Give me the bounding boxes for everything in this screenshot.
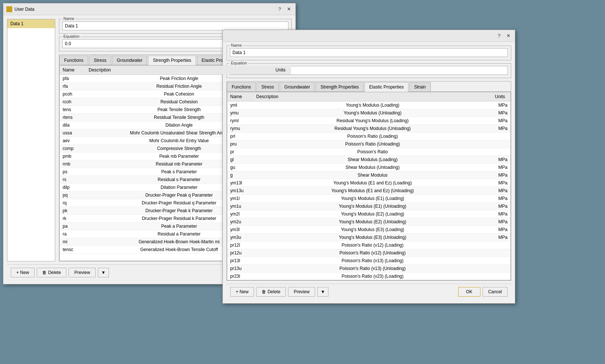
cell-name: ryml — [227, 117, 253, 125]
cell-units: MPa — [492, 218, 510, 226]
cell-units: MPa — [492, 125, 510, 133]
tab-strain-2[interactable]: Strain — [409, 82, 430, 91]
cell-name: ym1u — [227, 203, 253, 210]
table-row[interactable]: yml Young's Modulus (Loading) MPa — [227, 101, 510, 109]
table-row[interactable]: pr23l Poisson's Ratio (v23) (Loading) — [227, 273, 510, 280]
cell-name: ym13l — [227, 179, 253, 187]
tab-strength-properties-2[interactable]: Strength Properties — [315, 82, 363, 91]
tab-groundwater-2[interactable]: Groundwater — [280, 82, 315, 91]
tab-functions-2[interactable]: Functions — [227, 82, 256, 91]
dialog1-help-button[interactable]: ? — [277, 6, 282, 13]
cell-name: ym3l — [227, 226, 253, 234]
dialog1-filter-button[interactable]: ▼ — [98, 268, 109, 277]
cell-name: ra — [60, 230, 86, 238]
cell-desc: Poisson's Ratio — [253, 148, 492, 156]
dialog2-preview-button[interactable]: Preview — [288, 287, 315, 297]
dialog1-new-button[interactable]: + New — [11, 268, 34, 277]
cell-desc: Young's Modulus (E3) (Unloading) — [253, 234, 492, 241]
tab-stress-1[interactable]: Stress — [89, 56, 111, 65]
dialog2-delete-button[interactable]: 🗑 Delete — [256, 287, 286, 297]
table-row[interactable]: gl Shear Modulus (Loading) MPa — [227, 156, 510, 164]
cell-desc: Poisson's Ratio (Loading) — [253, 133, 492, 140]
tab-groundwater-1[interactable]: Groundwater — [112, 56, 147, 65]
cell-name: ps — [60, 168, 86, 176]
cell-name: yml — [227, 101, 253, 109]
cell-name: prl — [227, 133, 253, 140]
table-row[interactable]: ym3l Young's Modulus (E3) (Loading) MPa — [227, 226, 510, 234]
cell-desc: Poisson's Ratio (v13) (Unloading) — [253, 265, 492, 273]
table-row[interactable]: prl Poisson's Ratio (Loading) — [227, 133, 510, 140]
table-row[interactable]: ym13u Young's Modulus (E1 and Ez) (Unloa… — [227, 187, 510, 195]
dialog2-titlebar: ? ✕ — [223, 30, 515, 42]
cell-name: comp — [60, 145, 86, 153]
cell-units — [492, 273, 510, 280]
dialog1-name-input[interactable] — [62, 21, 288, 30]
dialog2-help-button[interactable]: ? — [496, 32, 502, 39]
table-row[interactable]: ym3u Young's Modulus (E3) (Unloading) MP… — [227, 234, 510, 241]
cell-desc: Young's Modulus (E1 and Ez) (Unloading) — [253, 187, 492, 195]
table-row[interactable]: ym1u Young's Modulus (E1) (Unloading) MP… — [227, 203, 510, 210]
dialog1-preview-button[interactable]: Preview — [69, 268, 96, 277]
dialog2-new-button[interactable]: + New — [230, 287, 254, 297]
table-row[interactable]: ym2u Young's Modulus (E2) (Unloading) MP… — [227, 218, 510, 226]
tab-functions-1[interactable]: Functions — [59, 56, 88, 65]
user-data-icon — [6, 6, 12, 12]
table-row[interactable]: ym1l Young's Modulus (E1) (Loading) MPa — [227, 195, 510, 203]
cell-units: MPa — [492, 171, 510, 179]
dialog2-footer: + New 🗑 Delete Preview ▼ OK Cancel — [227, 284, 511, 300]
dialog1-close-button[interactable]: ✕ — [285, 6, 292, 13]
dialog2-ok-button[interactable]: OK — [458, 287, 480, 297]
cell-units: MPa — [492, 187, 510, 195]
table-row[interactable]: pr Poisson's Ratio — [227, 148, 510, 156]
cell-desc: Young's Modulus (E2) (Loading) — [253, 210, 492, 218]
dialog1-table-header-row: Name Description Units — [60, 66, 291, 75]
table-row[interactable]: pr13l Poisson's Ratio (v13) (Loading) — [227, 257, 510, 265]
table-row[interactable]: ym13l Young's Modulus (E1 and Ez) (Loadi… — [227, 179, 510, 187]
tab-elastic-properties-2[interactable]: Elastic Properties — [364, 82, 409, 92]
table-row[interactable]: ryml Residual Young's Modulus (Loading) … — [227, 117, 510, 125]
dialog2-close-button[interactable]: ✕ — [505, 32, 512, 39]
cell-name: rk — [60, 215, 86, 223]
dialog2-filter-button[interactable]: ▼ — [317, 287, 328, 297]
cell-name: g — [227, 171, 253, 179]
table-row[interactable]: rymu Residual Young's Modulus (Unloading… — [227, 125, 510, 133]
table-row[interactable]: pru Poisson's Ratio (Unloading) — [227, 140, 510, 148]
table-row[interactable]: pr12u Poisson's Ratio (v12) (Unloading) — [227, 249, 510, 257]
list-item-data1[interactable]: Data 1 — [7, 19, 55, 28]
dialog2-name-input[interactable] — [230, 48, 508, 57]
dialog2-table-header-row: Name Description Units — [227, 92, 510, 101]
cell-name: aev — [60, 137, 86, 145]
cell-units — [492, 133, 510, 140]
cell-name: pr12u — [227, 249, 253, 257]
table-row[interactable]: gu Shear Modulus (Unloading) MPa — [227, 164, 510, 171]
dialog2-table-scroll[interactable]: Name Description Units yml Young's Modul… — [227, 92, 510, 280]
cell-name: ussa — [60, 129, 86, 137]
cell-name: pr13u — [227, 265, 253, 273]
cell-desc: Shear Modulus (Unloading) — [253, 164, 492, 171]
cell-desc: Poisson's Ratio (v13) (Loading) — [253, 257, 492, 265]
tab-strength-properties-1[interactable]: Strength Properties — [148, 56, 196, 65]
dialog1-controls: ? ✕ — [277, 6, 292, 13]
table-row[interactable]: g Shear Modulus MPa — [227, 171, 510, 179]
tab-stress-2[interactable]: Stress — [257, 82, 279, 91]
table-row[interactable]: pr12l Poisson's Ratio (v12) (Loading) — [227, 241, 510, 249]
cell-name: dilp — [60, 184, 86, 191]
cell-name: rcoh — [60, 98, 86, 106]
dialog2-tabs-bar: Functions Stress Groundwater Strength Pr… — [227, 81, 511, 92]
dialog1-title: User Data — [14, 7, 34, 12]
cell-name: ym3u — [227, 234, 253, 241]
cell-name: pr23l — [227, 273, 253, 280]
table-row[interactable]: ym2l Young's Modulus (E2) (Loading) MPa — [227, 210, 510, 218]
cell-desc: Shear Modulus (Loading) — [253, 156, 492, 164]
cell-desc: Poisson's Ratio (v12) (Unloading) — [253, 249, 492, 257]
dialog2-table-body: yml Young's Modulus (Loading) MPa ymu Yo… — [227, 101, 510, 280]
dialog2-name-label: Name — [230, 43, 243, 47]
dialog2-name-group: Name — [227, 46, 511, 60]
cell-units: MPa — [492, 109, 510, 117]
table-row[interactable]: ymu Young's Modulus (Unloading) MPa — [227, 109, 510, 117]
cell-units: MPa — [492, 101, 510, 109]
table-row[interactable]: pr13u Poisson's Ratio (v13) (Unloading) — [227, 265, 510, 273]
dialog2-cancel-button[interactable]: Cancel — [483, 287, 508, 297]
dialog1-delete-button[interactable]: 🗑 Delete — [37, 268, 66, 277]
cell-desc: Young's Modulus (E2) (Unloading) — [253, 218, 492, 226]
